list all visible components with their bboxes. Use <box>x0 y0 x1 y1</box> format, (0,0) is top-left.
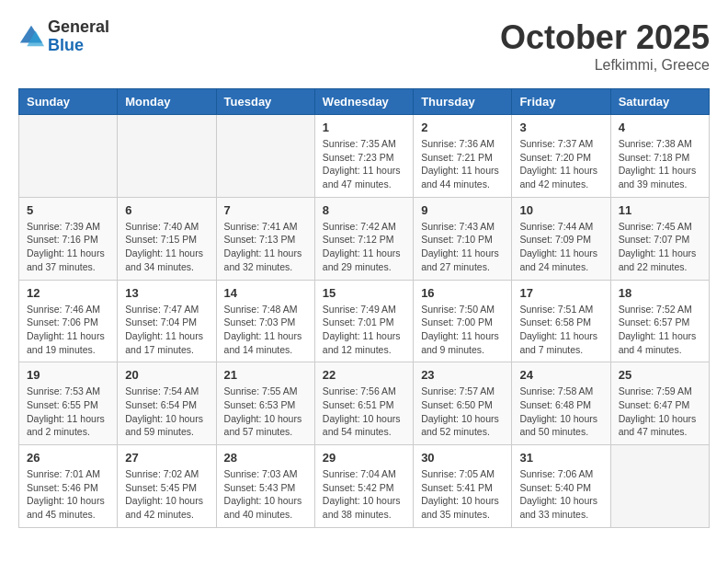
day-number: 16 <box>421 286 504 300</box>
table-row: 5Sunrise: 7:39 AM Sunset: 7:16 PM Daylig… <box>19 197 118 280</box>
table-row: 1Sunrise: 7:35 AM Sunset: 7:23 PM Daylig… <box>314 115 413 198</box>
day-number: 28 <box>224 451 307 465</box>
day-number: 3 <box>519 121 602 134</box>
table-row: 16Sunrise: 7:50 AM Sunset: 7:00 PM Dayli… <box>414 280 512 362</box>
col-wednesday: Wednesday <box>314 89 413 115</box>
day-info: Sunrise: 7:03 AM Sunset: 5:43 PM Dayligh… <box>224 467 307 522</box>
day-info: Sunrise: 7:04 AM Sunset: 5:42 PM Dayligh… <box>323 467 405 522</box>
table-row: 29Sunrise: 7:04 AM Sunset: 5:42 PM Dayli… <box>314 445 413 528</box>
day-info: Sunrise: 7:01 AM Sunset: 5:46 PM Dayligh… <box>27 467 109 522</box>
day-info: Sunrise: 7:06 AM Sunset: 5:40 PM Dayligh… <box>519 467 602 522</box>
table-row <box>216 115 314 198</box>
table-row: 21Sunrise: 7:55 AM Sunset: 6:53 PM Dayli… <box>216 362 314 445</box>
day-info: Sunrise: 7:40 AM Sunset: 7:15 PM Dayligh… <box>125 220 208 274</box>
table-row: 18Sunrise: 7:52 AM Sunset: 6:57 PM Dayli… <box>610 280 709 362</box>
day-info: Sunrise: 7:37 AM Sunset: 7:20 PM Dayligh… <box>519 137 602 191</box>
table-row: 20Sunrise: 7:54 AM Sunset: 6:54 PM Dayli… <box>118 362 216 445</box>
calendar-week-row: 26Sunrise: 7:01 AM Sunset: 5:46 PM Dayli… <box>19 445 710 528</box>
day-number: 2 <box>421 121 504 134</box>
title-block: October 2025 Lefkimmi, Greece <box>500 18 710 74</box>
day-number: 9 <box>421 203 504 217</box>
day-number: 5 <box>27 203 109 217</box>
calendar-week-row: 19Sunrise: 7:53 AM Sunset: 6:55 PM Dayli… <box>19 362 710 445</box>
day-number: 21 <box>224 368 307 382</box>
table-row: 15Sunrise: 7:49 AM Sunset: 7:01 PM Dayli… <box>314 280 413 362</box>
day-info: Sunrise: 7:46 AM Sunset: 7:06 PM Dayligh… <box>27 303 109 357</box>
day-info: Sunrise: 7:38 AM Sunset: 7:18 PM Dayligh… <box>619 137 701 191</box>
table-row: 9Sunrise: 7:43 AM Sunset: 7:10 PM Daylig… <box>414 197 512 280</box>
table-row: 7Sunrise: 7:41 AM Sunset: 7:13 PM Daylig… <box>216 197 314 280</box>
table-row <box>118 115 216 198</box>
table-row: 27Sunrise: 7:02 AM Sunset: 5:45 PM Dayli… <box>118 445 216 528</box>
day-info: Sunrise: 7:41 AM Sunset: 7:13 PM Dayligh… <box>224 220 307 274</box>
day-number: 27 <box>125 451 208 465</box>
day-info: Sunrise: 7:45 AM Sunset: 7:07 PM Dayligh… <box>619 220 701 274</box>
day-number: 25 <box>619 368 701 382</box>
logo-blue: Blue <box>48 37 109 55</box>
logo-icon <box>18 24 44 50</box>
day-info: Sunrise: 7:42 AM Sunset: 7:12 PM Dayligh… <box>323 220 405 274</box>
table-row: 24Sunrise: 7:58 AM Sunset: 6:48 PM Dayli… <box>512 362 610 445</box>
day-info: Sunrise: 7:54 AM Sunset: 6:54 PM Dayligh… <box>125 385 208 439</box>
day-info: Sunrise: 7:35 AM Sunset: 7:23 PM Dayligh… <box>323 137 405 191</box>
table-row: 26Sunrise: 7:01 AM Sunset: 5:46 PM Dayli… <box>19 445 118 528</box>
day-number: 12 <box>27 286 109 300</box>
col-sunday: Sunday <box>19 89 118 115</box>
day-number: 26 <box>27 451 109 465</box>
table-row: 2Sunrise: 7:36 AM Sunset: 7:21 PM Daylig… <box>414 115 512 198</box>
table-row: 22Sunrise: 7:56 AM Sunset: 6:51 PM Dayli… <box>314 362 413 445</box>
calendar-week-row: 1Sunrise: 7:35 AM Sunset: 7:23 PM Daylig… <box>19 115 710 198</box>
col-thursday: Thursday <box>414 89 512 115</box>
table-row: 6Sunrise: 7:40 AM Sunset: 7:15 PM Daylig… <box>118 197 216 280</box>
day-number: 6 <box>125 203 208 217</box>
day-number: 20 <box>125 368 208 382</box>
day-number: 1 <box>323 121 405 134</box>
day-info: Sunrise: 7:39 AM Sunset: 7:16 PM Dayligh… <box>27 220 109 274</box>
day-number: 29 <box>323 451 405 465</box>
table-row: 4Sunrise: 7:38 AM Sunset: 7:18 PM Daylig… <box>610 115 709 198</box>
table-row: 11Sunrise: 7:45 AM Sunset: 7:07 PM Dayli… <box>610 197 709 280</box>
day-number: 11 <box>619 203 701 217</box>
table-row: 13Sunrise: 7:47 AM Sunset: 7:04 PM Dayli… <box>118 280 216 362</box>
day-info: Sunrise: 7:43 AM Sunset: 7:10 PM Dayligh… <box>421 220 504 274</box>
table-row: 25Sunrise: 7:59 AM Sunset: 6:47 PM Dayli… <box>610 362 709 445</box>
day-number: 10 <box>519 203 602 217</box>
day-info: Sunrise: 7:50 AM Sunset: 7:00 PM Dayligh… <box>421 303 504 357</box>
col-saturday: Saturday <box>610 89 709 115</box>
day-info: Sunrise: 7:02 AM Sunset: 5:45 PM Dayligh… <box>125 467 208 522</box>
calendar-week-row: 12Sunrise: 7:46 AM Sunset: 7:06 PM Dayli… <box>19 280 710 362</box>
day-info: Sunrise: 7:51 AM Sunset: 6:58 PM Dayligh… <box>519 303 602 357</box>
col-monday: Monday <box>118 89 216 115</box>
day-info: Sunrise: 7:56 AM Sunset: 6:51 PM Dayligh… <box>323 385 405 439</box>
day-number: 4 <box>619 121 701 134</box>
table-row <box>610 445 709 528</box>
table-row: 3Sunrise: 7:37 AM Sunset: 7:20 PM Daylig… <box>512 115 610 198</box>
day-number: 19 <box>27 368 109 382</box>
calendar: Sunday Monday Tuesday Wednesday Thursday… <box>18 88 710 528</box>
day-info: Sunrise: 7:55 AM Sunset: 6:53 PM Dayligh… <box>224 385 307 439</box>
day-info: Sunrise: 7:53 AM Sunset: 6:55 PM Dayligh… <box>27 385 109 439</box>
table-row: 14Sunrise: 7:48 AM Sunset: 7:03 PM Dayli… <box>216 280 314 362</box>
day-info: Sunrise: 7:48 AM Sunset: 7:03 PM Dayligh… <box>224 303 307 357</box>
day-info: Sunrise: 7:36 AM Sunset: 7:21 PM Dayligh… <box>421 137 504 191</box>
table-row: 30Sunrise: 7:05 AM Sunset: 5:41 PM Dayli… <box>414 445 512 528</box>
day-info: Sunrise: 7:58 AM Sunset: 6:48 PM Dayligh… <box>519 385 602 439</box>
day-number: 31 <box>519 451 602 465</box>
day-number: 18 <box>619 286 701 300</box>
table-row: 12Sunrise: 7:46 AM Sunset: 7:06 PM Dayli… <box>19 280 118 362</box>
logo: General Blue <box>18 18 109 55</box>
day-number: 17 <box>519 286 602 300</box>
day-number: 30 <box>421 451 504 465</box>
table-row: 10Sunrise: 7:44 AM Sunset: 7:09 PM Dayli… <box>512 197 610 280</box>
calendar-week-row: 5Sunrise: 7:39 AM Sunset: 7:16 PM Daylig… <box>19 197 710 280</box>
day-info: Sunrise: 7:47 AM Sunset: 7:04 PM Dayligh… <box>125 303 208 357</box>
table-row: 8Sunrise: 7:42 AM Sunset: 7:12 PM Daylig… <box>314 197 413 280</box>
day-info: Sunrise: 7:05 AM Sunset: 5:41 PM Dayligh… <box>421 467 504 522</box>
page-header: General Blue October 2025 Lefkimmi, Gree… <box>18 18 710 74</box>
calendar-header-row: Sunday Monday Tuesday Wednesday Thursday… <box>19 89 710 115</box>
month-title: October 2025 <box>500 18 710 57</box>
day-number: 8 <box>323 203 405 217</box>
table-row: 19Sunrise: 7:53 AM Sunset: 6:55 PM Dayli… <box>19 362 118 445</box>
table-row: 23Sunrise: 7:57 AM Sunset: 6:50 PM Dayli… <box>414 362 512 445</box>
table-row: 17Sunrise: 7:51 AM Sunset: 6:58 PM Dayli… <box>512 280 610 362</box>
